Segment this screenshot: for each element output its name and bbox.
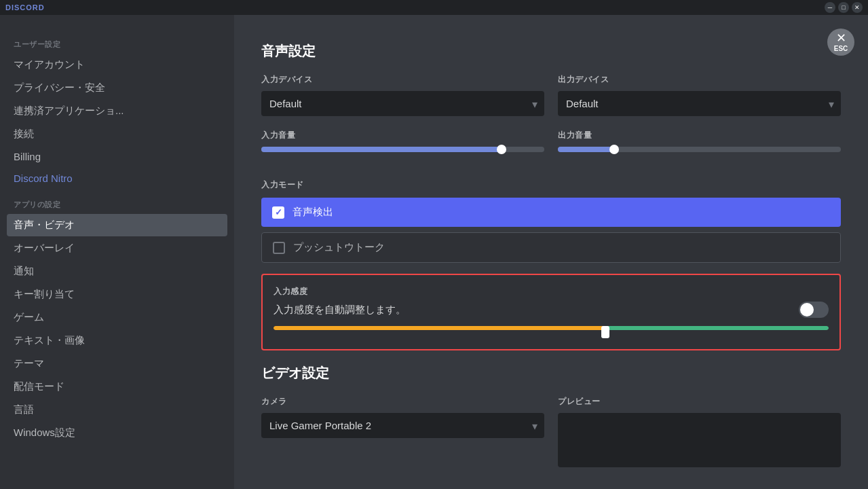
- sidebar-item-my-account[interactable]: マイアカウント: [7, 54, 227, 76]
- sidebar-item-games[interactable]: ゲーム: [7, 306, 227, 329]
- input-volume-thumb[interactable]: [497, 145, 506, 154]
- output-device-select-wrap: Default ▾: [558, 91, 841, 116]
- sidebar-item-label: プライバシー・安全: [14, 82, 105, 94]
- camera-group: カメラ Live Gamer Portable 2 ▾: [261, 396, 544, 467]
- sidebar: ユーザー設定 マイアカウント プライバシー・安全 連携済アプリケーショ... 接…: [0, 15, 234, 489]
- sidebar-item-privacy-safety[interactable]: プライバシー・安全: [7, 77, 227, 99]
- settings-content: ✕ ESC 音声設定 入力デバイス Default ▾ 出力デバイス De: [234, 15, 868, 489]
- sidebar-item-overlay[interactable]: オーバーレイ: [7, 237, 227, 259]
- sidebar-item-label: 言語: [14, 403, 34, 416]
- discord-wordmark: DISCORD: [5, 3, 45, 12]
- checkmark-icon: ✓: [275, 207, 282, 217]
- sidebar-item-label: オーバーレイ: [14, 242, 75, 255]
- input-device-label: 入力デバイス: [261, 74, 544, 86]
- input-device-group: 入力デバイス Default ▾: [261, 74, 544, 116]
- minimize-button[interactable]: ─: [825, 2, 835, 13]
- output-device-group: 出力デバイス Default ▾: [558, 74, 841, 116]
- sidebar-item-connections[interactable]: 接続: [7, 123, 227, 145]
- push-to-talk-label: プッシュトウトーク: [293, 241, 385, 254]
- sidebar-item-nitro[interactable]: Discord Nitro: [7, 168, 227, 189]
- esc-button[interactable]: ✕ ESC: [827, 29, 854, 56]
- voice-activity-option[interactable]: ✓ 音声検出: [261, 198, 841, 227]
- device-row: 入力デバイス Default ▾ 出力デバイス Default ▾: [261, 74, 841, 116]
- window-controls[interactable]: ─ □ ✕: [825, 2, 863, 13]
- video-settings-title: ビデオ設定: [261, 364, 841, 382]
- sensitivity-slider-thumb[interactable]: [601, 326, 609, 338]
- sensitivity-slider-container: [273, 326, 829, 338]
- maximize-button[interactable]: □: [838, 2, 849, 13]
- input-volume-group: 入力音量: [261, 130, 544, 166]
- output-volume-fill: [558, 147, 614, 152]
- user-settings-label: ユーザー設定: [7, 39, 227, 54]
- sidebar-item-label: Windows設定: [14, 427, 75, 439]
- push-to-talk-checkbox: [273, 242, 285, 254]
- input-device-select[interactable]: Default: [261, 91, 544, 116]
- sidebar-item-label: ゲーム: [14, 311, 44, 324]
- output-volume-group: 出力音量: [558, 130, 841, 166]
- input-volume-track: [261, 147, 544, 152]
- sidebar-item-notifications[interactable]: 通知: [7, 260, 227, 283]
- video-row: カメラ Live Gamer Portable 2 ▾ プレビュー: [261, 396, 841, 467]
- preview-label: プレビュー: [558, 396, 841, 408]
- voice-activity-label: 音声検出: [293, 206, 333, 219]
- sidebar-item-keybinds[interactable]: キー割り当て: [7, 283, 227, 306]
- sidebar-item-connected-apps[interactable]: 連携済アプリケーショ...: [7, 100, 227, 122]
- voice-settings-title: 音声設定: [261, 42, 841, 60]
- voice-activity-checkbox: ✓: [272, 206, 284, 219]
- sidebar-item-windows-settings[interactable]: Windows設定: [7, 422, 227, 444]
- sidebar-item-voice-video[interactable]: 音声・ビデオ: [7, 214, 227, 236]
- output-device-label: 出力デバイス: [558, 74, 841, 86]
- sidebar-item-label: 配信モード: [14, 380, 64, 393]
- sensitivity-title: 入力感度: [273, 286, 829, 297]
- push-to-talk-option[interactable]: プッシュトウトーク: [261, 232, 841, 263]
- sidebar-item-label: キー割り当て: [14, 288, 75, 301]
- sidebar-item-label: 連携済アプリケーショ...: [14, 105, 124, 117]
- output-device-select[interactable]: Default: [558, 91, 841, 116]
- input-volume-label: 入力音量: [261, 130, 544, 141]
- sidebar-item-label: テーマ: [14, 357, 44, 370]
- sidebar-item-language[interactable]: 言語: [7, 399, 227, 421]
- sidebar-item-stream-mode[interactable]: 配信モード: [7, 376, 227, 398]
- sidebar-item-label: Billing: [14, 151, 41, 162]
- titlebar: DISCORD ─ □ ✕: [0, 0, 868, 15]
- app-settings-label: アプリの設定: [7, 200, 227, 214]
- camera-select[interactable]: Live Gamer Portable 2: [261, 413, 544, 438]
- input-mode-label: 入力モード: [261, 179, 841, 191]
- sidebar-item-billing[interactable]: Billing: [7, 146, 227, 167]
- sidebar-item-label: マイアカウント: [14, 58, 85, 71]
- toggle-knob: [800, 303, 814, 316]
- sensitivity-toggle[interactable]: [799, 302, 829, 318]
- input-volume-fill: [261, 147, 502, 152]
- sidebar-item-text-images[interactable]: テキスト・画像: [7, 329, 227, 352]
- volume-row: 入力音量 出力音量: [261, 130, 841, 166]
- sidebar-item-label: Discord Nitro: [14, 173, 73, 184]
- sidebar-item-theme[interactable]: テーマ: [7, 352, 227, 375]
- sidebar-item-label: 通知: [14, 265, 34, 278]
- app-logo: DISCORD: [5, 3, 45, 12]
- esc-label: ESC: [834, 45, 848, 52]
- sensitivity-row: 入力感度を自動調整します。: [273, 302, 829, 318]
- app-body: ユーザー設定 マイアカウント プライバシー・安全 連携済アプリケーショ... 接…: [0, 15, 868, 489]
- preview-group: プレビュー: [558, 396, 841, 467]
- sidebar-item-label: 音声・ビデオ: [14, 219, 75, 232]
- output-volume-thumb[interactable]: [609, 145, 619, 154]
- sensitivity-slider-track: [273, 326, 829, 330]
- close-icon: ✕: [836, 32, 846, 44]
- output-volume-label: 出力音量: [558, 130, 841, 141]
- camera-label: カメラ: [261, 396, 544, 408]
- sensitivity-description: 入力感度を自動調整します。: [273, 304, 406, 316]
- sensitivity-section: 入力感度 入力感度を自動調整します。: [261, 274, 841, 350]
- sidebar-item-label: 接続: [14, 128, 34, 141]
- preview-area: [558, 413, 841, 467]
- close-button[interactable]: ✕: [852, 2, 863, 13]
- camera-select-wrap: Live Gamer Portable 2 ▾: [261, 413, 544, 438]
- sidebar-item-label: テキスト・画像: [14, 334, 85, 347]
- output-volume-track: [558, 147, 841, 152]
- input-device-select-wrap: Default ▾: [261, 91, 544, 116]
- sensitivity-slider-fill: [273, 326, 829, 330]
